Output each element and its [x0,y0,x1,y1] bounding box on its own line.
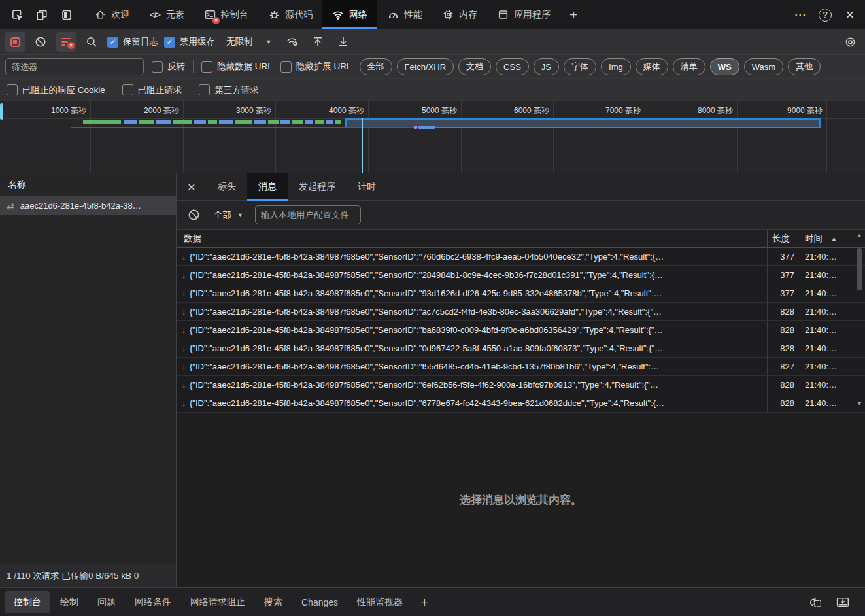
messages-scrollbar[interactable]: ▲ ▼ [855,231,864,407]
checkbox-unchecked-icon [7,84,18,95]
window-controls: ⋯ ? × [789,0,865,29]
restore-dock-icon[interactable] [809,597,822,607]
drawer-tab[interactable]: 问题 [89,591,124,613]
type-filter-pill[interactable]: Wasm [744,58,783,75]
request-filter-checkbox[interactable]: 已阻止请求 [122,84,182,96]
disable-cache-checkbox[interactable]: ✓ 禁用缓存 [164,36,215,48]
scrollbar-thumb[interactable] [857,248,862,290]
clear-messages-button[interactable] [185,207,202,224]
type-filter-pill[interactable]: Fetch/XHR [397,58,454,75]
timeline-gridline [90,101,91,173]
message-type-select[interactable]: 全部 ▼ [210,207,247,224]
type-filter-pill[interactable]: CSS [496,58,529,75]
inspect-element-button[interactable] [5,4,29,26]
type-filter-pill[interactable]: 文档 [458,58,491,75]
message-length: 827 [767,358,800,375]
tab-application[interactable]: 应用程序 [487,0,560,29]
tab-timing[interactable]: 计时 [347,173,387,200]
dock-side-button[interactable] [55,4,78,26]
filter-input[interactable] [5,58,144,75]
preserve-log-checkbox[interactable]: ✓ 保留日志 [107,36,158,48]
invert-filter-checkbox[interactable]: 反转 [152,61,185,73]
resource-type-filters: 全部Fetch/XHR文档CSSJS字体Img媒体清单WSWasm其他 [360,58,821,75]
help-button[interactable]: ? [814,4,836,26]
type-filter-pill[interactable]: 其他 [788,58,821,75]
tab-elements[interactable]: </> 元素 [139,0,194,29]
type-filter-pill[interactable]: WS [710,58,739,75]
tab-memory[interactable]: 内存 [432,0,487,29]
type-filter-pill[interactable]: 字体 [564,58,596,75]
message-data: {"ID":"aaec21d6-281e-45f8-b42a-384987f68… [190,248,767,265]
tab-console[interactable]: × 控制台 [194,0,258,29]
export-har-button[interactable] [333,32,353,52]
message-row[interactable]: ↓ {"ID":"aaec21d6-281e-45f8-b42a-384987f… [177,266,865,284]
type-filter-pill[interactable]: 媒体 [636,58,668,75]
message-row[interactable]: ↓ {"ID":"aaec21d6-281e-45f8-b42a-384987f… [177,248,865,266]
network-settings-button[interactable] [840,32,860,52]
tab-network[interactable]: 网络 [322,0,377,29]
drawer-tab[interactable]: 搜索 [256,591,291,613]
tab-initiator[interactable]: 发起程序 [288,173,347,200]
message-row[interactable]: ↓ {"ID":"aaec21d6-281e-45f8-b42a-384987f… [177,284,865,303]
throttling-select[interactable]: 无限制 ▼ [221,33,277,50]
message-row[interactable]: ↓ {"ID":"aaec21d6-281e-45f8-b42a-384987f… [177,358,865,376]
received-message-icon: ↓ [178,376,190,394]
message-row[interactable]: ↓ {"ID":"aaec21d6-281e-45f8-b42a-384987f… [177,339,865,358]
message-row[interactable]: ↓ {"ID":"aaec21d6-281e-45f8-b42a-384987f… [177,321,865,339]
network-filter-bar: 反转 隐藏数据 URL 隐藏扩展 URL 全部Fetch/XHR文档CSSJS字… [0,55,865,79]
tab-welcome[interactable]: 欢迎 [84,0,139,29]
scrollbar-track[interactable] [857,239,862,400]
message-row[interactable]: ↓ {"ID":"aaec21d6-281e-45f8-b42a-384987f… [177,303,865,321]
timeline-activity-segment [235,120,252,124]
scroll-up-icon[interactable]: ▲ [857,231,862,239]
request-filter-label: 第三方请求 [214,84,259,96]
tab-label: 内存 [459,9,477,21]
preserve-log-label: 保留日志 [123,36,158,48]
type-filter-pill[interactable]: 清单 [673,58,705,75]
column-header-length[interactable]: 长度 [767,230,800,247]
type-filter-pill[interactable]: 全部 [360,58,392,75]
type-filter-pill[interactable]: Img [601,58,631,75]
request-filter-checkbox[interactable]: 已阻止的响应 Cookie [7,84,105,96]
filter-toggle-button[interactable]: × [56,32,76,52]
scroll-down-icon[interactable]: ▼ [857,400,862,407]
filter-funnel-icon: × [61,38,71,46]
drawer-tab[interactable]: 性能监视器 [348,591,411,613]
checkbox-checked-icon: ✓ [107,37,118,48]
clear-network-log-button[interactable] [31,32,50,52]
request-row[interactable]: ⇄ aaec21d6-281e-45f8-b42a-38… [0,196,176,215]
request-filter-checkbox[interactable]: 第三方请求 [199,84,259,96]
network-conditions-button[interactable] [282,32,302,52]
hide-extension-url-checkbox[interactable]: 隐藏扩展 URL [280,61,352,73]
close-detail-button[interactable]: × [177,173,207,200]
drawer-tab[interactable]: 网络条件 [126,591,180,613]
tab-performance[interactable]: 性能 [377,0,432,29]
tab-sources[interactable]: 源代码 [258,0,322,29]
drawer-tab[interactable]: 绘制 [52,591,87,613]
device-emulation-button[interactable] [30,4,54,26]
add-tab-button[interactable]: + [560,0,586,29]
drawer-tab[interactable]: 控制台 [5,591,50,613]
import-har-button[interactable] [308,32,328,52]
tab-messages[interactable]: 消息 [247,173,288,200]
name-column-header[interactable]: 名称 [0,173,176,196]
more-options-button[interactable]: ⋯ [789,4,811,26]
expand-panel-icon[interactable] [836,597,849,607]
drawer-tab[interactable]: Changes [293,592,347,613]
drawer-tab[interactable]: 网络请求阻止 [182,591,254,613]
type-filter-pill[interactable]: JS [534,58,559,75]
timeline-overview[interactable]: 1000 毫秒2000 毫秒3000 毫秒4000 毫秒5000 毫秒6000 … [0,101,865,173]
search-network-button[interactable] [82,32,101,52]
help-icon: ? [819,9,832,22]
request-detail-panel: × 标头 消息 发起程序 计时 全部 ▼ 数据 长度 时间 [177,173,865,587]
column-header-data[interactable]: 数据 [177,230,767,247]
record-network-log-button[interactable] [5,32,25,52]
tab-headers[interactable]: 标头 [207,173,247,200]
chevron-down-icon: ▼ [266,39,272,45]
message-filter-input[interactable] [255,205,361,224]
hide-data-url-checkbox[interactable]: 隐藏数据 URL [201,61,273,73]
message-row[interactable]: ↓ {"ID":"aaec21d6-281e-45f8-b42a-384987f… [177,376,865,394]
message-row[interactable]: ↓ {"ID":"aaec21d6-281e-45f8-b42a-384987f… [177,394,865,413]
close-devtools-button[interactable]: × [839,4,861,26]
add-drawer-tab-button[interactable]: + [413,594,435,610]
